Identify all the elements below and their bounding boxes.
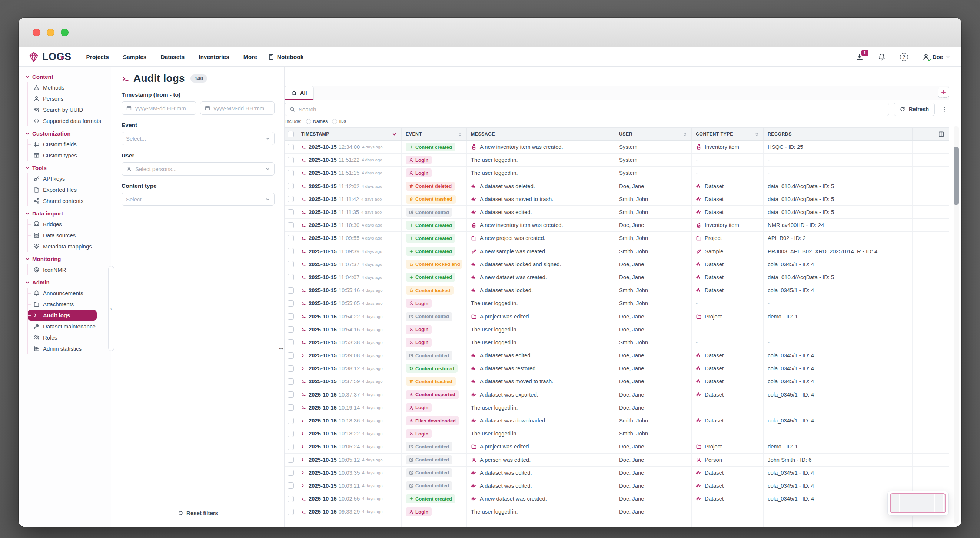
- table-row[interactable]: 2025-10-1510:53:384 days agoLoginThe use…: [285, 336, 949, 349]
- table-row[interactable]: 2025-10-1511:09:554 days agoContent crea…: [285, 232, 949, 245]
- table-row[interactable]: 2025-10-1510:05:124 days agoContent edit…: [285, 454, 949, 467]
- row-checkbox[interactable]: [285, 414, 297, 427]
- row-checkbox[interactable]: [285, 375, 297, 388]
- column-header-message[interactable]: MESSAGE: [467, 128, 615, 140]
- sidebar-item-announcements[interactable]: Announcements: [28, 288, 108, 298]
- sidebar-item-admin-statistics[interactable]: Admin statistics: [28, 343, 108, 354]
- table-row[interactable]: 2025-10-1510:54:224 days agoContent edit…: [285, 310, 949, 323]
- user-select[interactable]: Select persons...: [121, 162, 275, 176]
- nav-item-inventories[interactable]: Inventories: [199, 54, 229, 60]
- table-row[interactable]: 2025-10-1510:03:354 days agoContent edit…: [285, 467, 949, 479]
- table-scrollbar[interactable]: [954, 126, 959, 524]
- table-row[interactable]: 2025-10-1509:33:294 days agoLoginThe use…: [285, 505, 949, 518]
- row-checkbox[interactable]: [285, 206, 297, 219]
- column-picker-button[interactable]: [938, 131, 945, 138]
- table-row[interactable]: 2025-10-1511:10:304 days agoContent crea…: [285, 219, 949, 232]
- row-checkbox[interactable]: [285, 505, 297, 518]
- column-header-user[interactable]: USER: [615, 128, 692, 140]
- tab-all[interactable]: All: [285, 86, 314, 100]
- nav-item-projects[interactable]: Projects: [86, 54, 109, 60]
- maximize-window-icon[interactable]: [61, 29, 68, 36]
- row-checkbox[interactable]: [285, 336, 297, 349]
- sidebar-item-metadata-mappings[interactable]: Metadata mappings: [28, 241, 108, 252]
- sidebar-item-dataset-maintenance[interactable]: Dataset maintenance: [28, 321, 108, 332]
- search-input[interactable]: Search: [285, 103, 889, 116]
- nav-item-more[interactable]: More: [243, 54, 257, 60]
- table-row[interactable]: 2025-10-1511:12:024 days agoContent dele…: [285, 180, 949, 193]
- sidebar-item-search-by-uuid[interactable]: Search by UUID: [28, 105, 108, 115]
- scrollbar-thumb[interactable]: [954, 147, 959, 205]
- refresh-button[interactable]: Refresh: [894, 103, 935, 116]
- sidebar-item-methods[interactable]: Methods: [28, 82, 108, 93]
- row-checkbox[interactable]: [285, 427, 297, 440]
- column-header-content-type[interactable]: CONTENT TYPE: [692, 128, 764, 140]
- row-checkbox[interactable]: [285, 284, 297, 297]
- table-row[interactable]: 2025-10-1510:55:164 days agoContent lock…: [285, 284, 949, 297]
- user-menu[interactable]: Doe: [922, 53, 950, 61]
- table-row[interactable]: 2025-10-1510:54:164 days agoLoginThe use…: [285, 323, 949, 336]
- help-button[interactable]: ?: [900, 53, 908, 61]
- row-checkbox[interactable]: [285, 232, 297, 244]
- sidebar-section-header-customization[interactable]: Customization: [24, 128, 108, 138]
- event-select[interactable]: Select...: [121, 132, 275, 145]
- table-row[interactable]: 2025-10-1511:51:224 days agoLoginThe use…: [285, 154, 949, 167]
- row-checkbox[interactable]: [285, 362, 297, 375]
- nav-item-datasets[interactable]: Datasets: [161, 54, 185, 60]
- sidebar-item-audit-logs[interactable]: Audit logs: [28, 310, 97, 321]
- column-header-event[interactable]: EVENT: [402, 128, 467, 140]
- row-checkbox[interactable]: [285, 193, 297, 205]
- sidebar-collapse-handle[interactable]: ‹: [108, 266, 114, 351]
- select-all-checkbox[interactable]: [285, 128, 297, 140]
- row-checkbox[interactable]: [285, 271, 297, 284]
- table-row[interactable]: 2025-10-1510:18:224 days agoLoginThe use…: [285, 427, 949, 440]
- timestamp-from-input[interactable]: yyyy-MM-dd HH:mm: [121, 102, 196, 115]
- row-checkbox[interactable]: [285, 219, 297, 232]
- table-row[interactable]: 2025-10-1510:38:124 days agoContent rest…: [285, 362, 949, 375]
- include-option-ids[interactable]: IDs: [332, 119, 346, 124]
- table-row[interactable]: 2025-10-1510:55:054 days agoLoginThe use…: [285, 297, 949, 310]
- sidebar-item-shared-contents[interactable]: Shared contents: [28, 195, 108, 206]
- table-row[interactable]: 2025-10-1511:11:424 days agoContent tras…: [285, 193, 949, 206]
- sidebar-item-persons[interactable]: Persons: [28, 93, 108, 104]
- downloads-button[interactable]: 1: [856, 53, 864, 61]
- column-header-timestamp[interactable]: TIMESTAMP: [297, 128, 402, 140]
- content-type-select[interactable]: Select...: [121, 192, 275, 206]
- sidebar-item-custom-types[interactable]: Custom types: [28, 150, 108, 161]
- more-options-button[interactable]: [939, 103, 949, 116]
- row-checkbox[interactable]: [285, 258, 297, 271]
- table-row[interactable]: 2025-10-1510:03:214 days agoContent edit…: [285, 479, 949, 492]
- row-checkbox[interactable]: [285, 467, 297, 479]
- sidebar-item-bridges[interactable]: Bridges: [28, 219, 108, 230]
- include-option-names[interactable]: Names: [306, 119, 328, 124]
- table-row[interactable]: 2025-10-1511:09:394 days agoContent crea…: [285, 245, 949, 258]
- sidebar-item-exported-files[interactable]: Exported files: [28, 184, 108, 195]
- row-checkbox[interactable]: [285, 402, 297, 414]
- nav-item-samples[interactable]: Samples: [123, 54, 147, 60]
- timestamp-to-input[interactable]: yyyy-MM-dd HH:mm: [200, 102, 275, 115]
- minimize-window-icon[interactable]: [47, 29, 54, 36]
- sidebar-item-attachments[interactable]: Attachments: [28, 299, 108, 309]
- table-row[interactable]: 2025-10-1510:37:374 days agoContent expo…: [285, 389, 949, 402]
- table-row[interactable]: 2025-10-1510:18:364 days agoFiles downlo…: [285, 414, 949, 427]
- sidebar-item-custom-fields[interactable]: Custom fields: [28, 139, 108, 149]
- table-row[interactable]: 2025-10-1510:37:594 days agoContent tras…: [285, 375, 949, 388]
- sidebar-item-data-sources[interactable]: Data sources: [28, 230, 108, 241]
- sidebar-section-header-tools[interactable]: Tools: [24, 162, 108, 173]
- notifications-button[interactable]: [878, 53, 886, 61]
- sidebar-section-header-content[interactable]: Content: [24, 71, 108, 82]
- table-row[interactable]: 2025-10-1510:02:554 days agoContent crea…: [285, 492, 949, 505]
- sidebar-item-roles[interactable]: Roles: [28, 332, 108, 343]
- row-checkbox[interactable]: [285, 323, 297, 336]
- sidebar-section-header-monitoring[interactable]: Monitoring: [24, 253, 108, 264]
- table-row[interactable]: 2025-10-1511:07:374 days agoContent lock…: [285, 258, 949, 271]
- row-checkbox[interactable]: [285, 154, 297, 166]
- row-checkbox[interactable]: [285, 297, 297, 309]
- column-header-records[interactable]: RECORDS: [764, 128, 913, 140]
- row-checkbox[interactable]: [285, 349, 297, 362]
- nav-item-notebook[interactable]: Notebook: [268, 54, 304, 60]
- logo[interactable]: LOGS: [28, 51, 72, 63]
- sidebar-section-header-data-import[interactable]: Data import: [24, 208, 108, 219]
- table-row[interactable]: 2025-10-1510:39:084 days agoContent edit…: [285, 349, 949, 362]
- row-checkbox[interactable]: [285, 492, 297, 505]
- row-checkbox[interactable]: [285, 180, 297, 192]
